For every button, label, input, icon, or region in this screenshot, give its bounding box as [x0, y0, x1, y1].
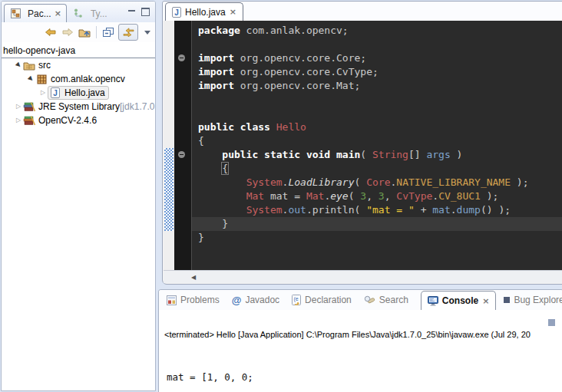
package-icon — [35, 74, 48, 84]
code-token: mat — [432, 204, 450, 216]
forward-button[interactable] — [61, 25, 74, 40]
code-token: 3 — [360, 190, 366, 202]
code-token: mat = — [264, 190, 306, 202]
code-token: com.anlak.opencv; — [240, 25, 349, 36]
code-line[interactable]: public class Hello — [174, 120, 562, 134]
svg-text:(e: (e — [293, 296, 298, 302]
collapsed-arrow-icon[interactable]: ▷ — [41, 90, 45, 96]
tab-type-hierarchy[interactable]: Ty... — [67, 5, 113, 22]
code-token: Mat — [306, 190, 324, 202]
minimize-icon[interactable] — [128, 10, 135, 14]
view-menu-icon[interactable] — [144, 31, 150, 35]
code-token: package — [198, 25, 240, 36]
tree-item-package[interactable]: ▶ com.anlak.opencv — [2, 72, 155, 86]
code-token: ); — [481, 190, 498, 202]
code-lines[interactable]: package com.anlak.opencv;import org.open… — [174, 21, 562, 270]
code-token: . — [451, 204, 457, 216]
code-line[interactable] — [174, 38, 562, 51]
tree-item-hello-java[interactable]: ▷ J Hello.java — [2, 86, 155, 100]
tab-javadoc[interactable]: @ Javadoc — [232, 295, 279, 305]
tab-hello-java[interactable]: J Hello.java × — [165, 2, 243, 21]
code-line[interactable]: import org.opencv.core.Core; — [174, 51, 562, 65]
back-button[interactable] — [44, 25, 58, 40]
collapsed-arrow-icon[interactable]: ▷ — [16, 117, 21, 124]
annotation-ruler[interactable] — [164, 21, 174, 270]
code-token: ( — [355, 176, 367, 188]
code-line[interactable] — [174, 93, 562, 107]
collapse-all-button[interactable] — [101, 25, 115, 40]
toolbar-separator — [96, 26, 97, 38]
tree-item-src[interactable]: ▶ src — [2, 58, 155, 72]
library-icon — [23, 101, 35, 112]
code-line[interactable]: System.LoadLibrary( Core.NATIVE_LIBRARY_… — [174, 176, 562, 189]
code-token — [198, 190, 246, 202]
code-token: import — [198, 52, 234, 64]
selected-tree-item[interactable]: J Hello.java — [48, 86, 109, 100]
tab-package-explorer[interactable]: Pac... × — [4, 4, 67, 22]
code-line[interactable]: package com.anlak.opencv; — [174, 24, 562, 38]
tab-package-explorer-label: Pac... — [28, 8, 51, 19]
code-token: . — [432, 190, 438, 202]
tab-search[interactable]: Search — [364, 295, 408, 305]
expanded-arrow-icon[interactable]: ▶ — [27, 75, 35, 83]
tree-item-opencv-library[interactable]: ▷ OpenCV-2.4.6 — [2, 114, 155, 127]
code-line[interactable]: Mat mat = Mat.eye( 3, 3, CvType.CV_8UC1 … — [174, 189, 562, 203]
scroll-left-icon[interactable]: ◀ — [191, 274, 196, 281]
java-file-icon: J — [172, 7, 181, 18]
forward-arrow-icon — [62, 28, 73, 36]
code-token: [] — [408, 149, 426, 160]
expanded-arrow-icon[interactable]: ▶ — [15, 61, 22, 69]
code-line[interactable]: import org.opencv.core.CvType; — [174, 65, 562, 79]
code-token: Core — [366, 176, 390, 188]
horizontal-scrollbar[interactable]: ◀ — [164, 270, 562, 283]
close-icon[interactable]: × — [230, 8, 236, 16]
gutter — [174, 189, 191, 203]
code-token — [198, 176, 246, 188]
close-icon[interactable]: × — [55, 9, 61, 18]
fold-minus-icon[interactable] — [178, 54, 185, 61]
code-line[interactable]: import org.opencv.core.Mat; — [174, 79, 562, 93]
tree-item-project[interactable]: hello-opencv-java — [2, 44, 155, 58]
library-version-decoration: [jdk1.7.0 — [120, 101, 154, 112]
code-line[interactable]: } — [174, 217, 562, 231]
close-icon[interactable]: × — [482, 297, 489, 305]
tree-item-jre-library[interactable]: ▷ JRE System Library [jdk1.7.0 — [2, 100, 155, 114]
code-token: } — [198, 232, 204, 243]
code-line[interactable]: } — [174, 231, 562, 245]
code-token: dump — [457, 204, 481, 216]
console-icon — [428, 296, 438, 306]
source-folder-icon — [23, 60, 35, 71]
package-explorer-toolbar — [2, 22, 155, 42]
fold-minus-icon[interactable] — [178, 151, 185, 158]
code-token: LoadLibrary — [288, 176, 354, 188]
code-token: ( — [349, 190, 361, 202]
tab-problems[interactable]: Problems — [167, 295, 220, 305]
console-toolbar-icon[interactable] — [548, 319, 555, 326]
code-token: () ); — [481, 204, 511, 216]
code-line[interactable]: { — [174, 162, 562, 176]
collapsed-arrow-icon[interactable]: ▷ — [16, 104, 21, 110]
go-up-button[interactable] — [78, 25, 91, 40]
code-token: Hello — [276, 121, 306, 133]
tab-declaration[interactable]: (e Declaration — [292, 295, 352, 305]
code-line[interactable]: public static void main( String[] args ) — [174, 148, 562, 162]
gutter — [174, 107, 191, 120]
gutter — [174, 134, 191, 148]
gutter — [174, 79, 191, 93]
gutter — [174, 93, 191, 107]
console-output-line: mat = [1, 0, 0; — [167, 371, 253, 384]
link-with-editor-button[interactable] — [118, 24, 138, 41]
svg-text:J: J — [53, 89, 58, 97]
code-line[interactable]: System.out.println( "mat = " + mat.dump(… — [174, 203, 562, 217]
code-token: org.opencv.core.Mat; — [234, 80, 360, 91]
console-output[interactable]: mat = [1, 0, 0; 0, 1, 0; 0, 0, 1] — [167, 343, 253, 392]
console-status-line: <terminated> Hello [Java Application] C:… — [164, 330, 562, 339]
code-line[interactable]: { — [174, 134, 562, 148]
code-token: } — [198, 218, 228, 229]
code-token: ( — [360, 149, 372, 160]
tab-bug-explorer[interactable]: Bug Explorer — [504, 295, 562, 305]
code-line[interactable] — [174, 107, 562, 120]
tab-console[interactable]: Console × — [421, 291, 497, 310]
maximize-icon[interactable] — [141, 8, 150, 16]
code-token: out — [288, 204, 306, 216]
